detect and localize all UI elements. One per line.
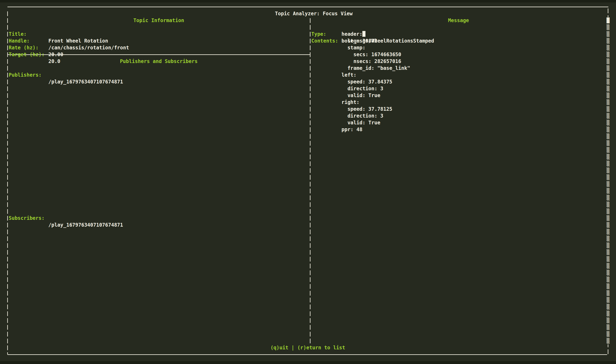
message-scrollbar[interactable]: █ ▒ ▒ ▒ ▒ ▒ ▒ ▒ ▒ ▒ ▒ ▒ ▒ ▒ ▒ ▒ ▒ ▒ ▒ ▒ …: [606, 17, 610, 344]
topic-field-rate: Rate (hz): 20.00: [0, 38, 310, 44]
message-line: direction: 3: [341, 113, 410, 119]
window-title: Topic Analyzer: Focus View: [272, 11, 356, 16]
message-line: header:: [341, 31, 410, 38]
subscribers-row: Subscribers: /play_1679763407107674871: [0, 208, 310, 215]
message-line: speed: 37.78125: [341, 106, 410, 113]
terminal-top-padding: [0, 0, 616, 2]
message-line: ppr: 48: [341, 126, 410, 133]
message-line: direction: 3: [341, 85, 410, 92]
field-value: 20.00: [48, 51, 63, 58]
message-line-text: header:: [341, 31, 362, 37]
subscribers-value: /play_1679763407107674871: [48, 222, 123, 229]
topic-information-header: Topic Information: [7, 17, 310, 24]
terminal-bottom-padding: [0, 361, 616, 364]
message-line: speed: 37.84375: [341, 78, 410, 85]
publishers-label: Publishers:: [9, 72, 41, 78]
message-line: valid: True: [341, 119, 410, 126]
message-header: Message: [310, 17, 607, 24]
message-line: stamp:: [341, 44, 410, 51]
message-line: valid: True: [341, 92, 410, 99]
message-type-row: Type: bolt_msgs/WheelRotationsStamped: [0, 24, 607, 31]
frame-bottom-border: [7, 354, 607, 355]
pubsub-header: Publishers and Subscribers: [7, 58, 310, 65]
subscribers-label: Subscribers:: [9, 215, 44, 222]
topic-field-target: Target (hz): 20.0: [0, 44, 310, 51]
message-contents-body: header: seq: 30872 stamp: secs: 16746636…: [341, 31, 410, 133]
window-title-row: Topic Analyzer: Focus View: [7, 3, 608, 10]
message-line: frame_id: "base_link": [341, 65, 410, 72]
message-contents-row: Contents:: [0, 31, 341, 38]
publishers-row: Publishers: /play_1679763407107674871: [0, 65, 310, 72]
contents-label: Contents:: [311, 38, 338, 44]
terminal-screen: Topic Analyzer: Focus View Topic Informa…: [0, 0, 616, 364]
publishers-value: /play_1679763407107674871: [48, 78, 123, 85]
scrollbar-thumb[interactable]: █: [606, 17, 610, 24]
message-line: right:: [341, 99, 410, 106]
text-cursor: [362, 31, 365, 37]
message-line: seq: 30872: [341, 38, 410, 44]
message-line: nsecs: 282657016: [341, 58, 410, 65]
message-line: secs: 1674663650: [341, 51, 410, 58]
field-label: Target (hz):: [9, 51, 44, 58]
message-line: left:: [341, 72, 410, 78]
scrollbar-track[interactable]: ▒ ▒ ▒ ▒ ▒ ▒ ▒ ▒ ▒ ▒ ▒ ▒ ▒ ▒ ▒ ▒ ▒ ▒ ▒ ▒ …: [606, 24, 610, 344]
footer-key-hints: (q)uit | (r)eturn to list: [7, 344, 608, 351]
